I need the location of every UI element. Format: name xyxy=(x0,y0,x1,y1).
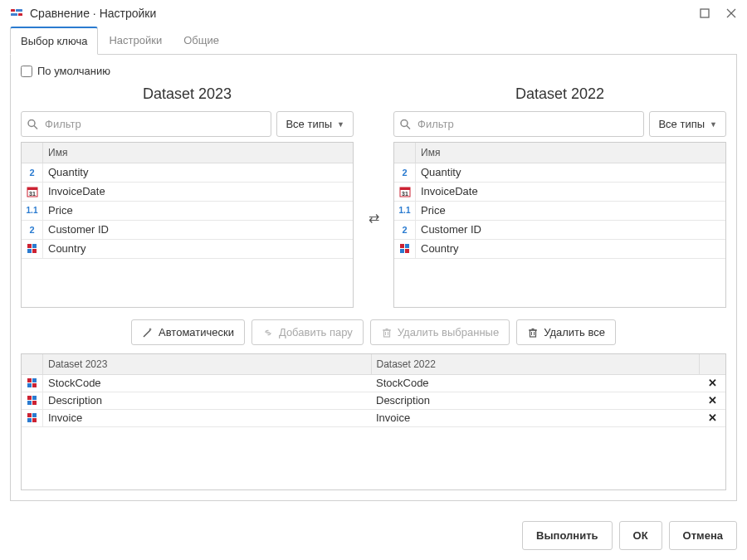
string-type-icon xyxy=(27,396,37,406)
swap-icon[interactable]: ⇄ xyxy=(369,210,379,226)
left-filter-input[interactable] xyxy=(21,111,271,137)
delete-row-icon[interactable]: ✕ xyxy=(699,375,725,392)
default-checkbox[interactable] xyxy=(21,66,32,77)
list-item[interactable]: 2 Quantity xyxy=(22,163,353,183)
int-type-icon: 2 xyxy=(27,223,37,236)
svg-text:31: 31 xyxy=(29,191,36,197)
tab-settings[interactable]: Настройки xyxy=(98,27,173,54)
left-grid-name-header: Имя xyxy=(43,143,353,163)
left-type-select[interactable]: Все типы ▼ xyxy=(276,111,354,137)
delete-selected-button: Удалить выбранные xyxy=(370,319,510,345)
int-type-icon: 2 xyxy=(399,223,410,236)
svg-rect-4 xyxy=(701,9,709,17)
tab-general[interactable]: Общие xyxy=(173,27,230,54)
window-title: Сравнение · Настройки xyxy=(30,7,699,20)
run-button[interactable]: Выполнить xyxy=(522,521,612,550)
chevron-down-icon: ▼ xyxy=(337,120,344,129)
string-type-icon xyxy=(27,244,37,254)
left-grid: Имя 2 Quantity 31 xyxy=(21,142,354,308)
svg-text:31: 31 xyxy=(402,191,408,197)
table-row[interactable]: Invoice Invoice ✕ xyxy=(22,410,725,427)
tab-choose-key[interactable]: Выбор ключа xyxy=(10,27,98,55)
right-type-select[interactable]: Все типы ▼ xyxy=(649,111,726,137)
pairs-icon-header xyxy=(22,354,43,374)
table-row[interactable]: Description Description ✕ xyxy=(22,392,725,410)
svg-rect-0 xyxy=(11,9,15,12)
table-row[interactable]: StockCode StockCode ✕ xyxy=(22,375,725,392)
svg-point-7 xyxy=(28,119,35,126)
pairs-delete-header xyxy=(699,354,725,374)
right-panel-title: Dataset 2022 xyxy=(393,85,726,103)
right-grid-name-header: Имя xyxy=(416,143,725,163)
svg-point-12 xyxy=(401,119,408,126)
list-item[interactable]: 2 Customer ID xyxy=(22,221,353,240)
delete-row-icon[interactable]: ✕ xyxy=(699,410,725,426)
delete-row-icon[interactable]: ✕ xyxy=(699,392,725,409)
list-item[interactable]: 31 InvoiceDate xyxy=(394,183,725,202)
list-item[interactable]: 2 Customer ID xyxy=(394,221,725,240)
trash-icon xyxy=(381,327,393,338)
svg-rect-2 xyxy=(11,13,17,16)
close-icon[interactable] xyxy=(725,7,737,19)
date-type-icon: 31 xyxy=(27,185,38,198)
svg-rect-23 xyxy=(530,330,536,337)
pairs-grid: Dataset 2023 Dataset 2022 StockCode Stoc… xyxy=(21,353,726,490)
int-type-icon: 2 xyxy=(27,166,37,179)
tabs: Выбор ключа Настройки Общие xyxy=(0,27,747,54)
search-icon xyxy=(27,119,38,129)
search-icon xyxy=(400,119,411,129)
cancel-button[interactable]: Отмена xyxy=(669,521,737,550)
title-bar: Сравнение · Настройки xyxy=(0,0,747,27)
pairs-header-b: Dataset 2022 xyxy=(372,354,700,374)
list-item[interactable]: 31 InvoiceDate xyxy=(22,183,353,202)
string-type-icon xyxy=(27,413,37,423)
list-item[interactable]: 1.1 Price xyxy=(394,202,725,221)
chevron-down-icon: ▼ xyxy=(710,120,717,129)
svg-rect-1 xyxy=(16,9,22,12)
pairs-header-a: Dataset 2023 xyxy=(43,354,372,374)
maximize-icon[interactable] xyxy=(699,7,710,19)
list-item[interactable]: 2 Quantity xyxy=(394,163,725,183)
trash-icon xyxy=(527,327,539,338)
list-item[interactable]: Country xyxy=(22,240,353,259)
string-type-icon xyxy=(27,378,37,388)
default-checkbox-label: По умолчанию xyxy=(37,65,110,77)
svg-rect-18 xyxy=(383,330,389,337)
list-item[interactable]: 1.1 Price xyxy=(22,202,353,221)
float-type-icon: 1.1 xyxy=(27,204,38,217)
add-pair-button: Добавить пару xyxy=(251,319,364,345)
svg-rect-3 xyxy=(18,13,22,16)
svg-line-8 xyxy=(34,125,37,129)
float-type-icon: 1.1 xyxy=(399,204,411,217)
auto-button[interactable]: Автоматически xyxy=(131,319,245,345)
app-icon xyxy=(10,7,23,20)
svg-line-13 xyxy=(407,125,410,129)
left-panel: Dataset 2023 Все типы ▼ xyxy=(21,85,354,308)
svg-line-17 xyxy=(144,330,150,337)
ok-button[interactable]: ОК xyxy=(619,521,662,550)
right-filter-input[interactable] xyxy=(393,111,644,137)
list-item[interactable]: Country xyxy=(394,240,725,259)
link-icon xyxy=(262,327,274,338)
left-grid-icon-header xyxy=(22,143,43,163)
string-type-icon xyxy=(400,244,410,254)
left-panel-title: Dataset 2023 xyxy=(21,85,354,103)
date-type-icon: 31 xyxy=(399,185,411,198)
right-grid-icon-header xyxy=(394,143,416,163)
right-panel: Dataset 2022 Все типы ▼ xyxy=(393,85,726,308)
int-type-icon: 2 xyxy=(399,166,410,179)
wand-icon xyxy=(142,327,154,338)
delete-all-button[interactable]: Удалить все xyxy=(516,319,616,345)
right-grid: Имя 2 Quantity 31 xyxy=(393,142,726,308)
